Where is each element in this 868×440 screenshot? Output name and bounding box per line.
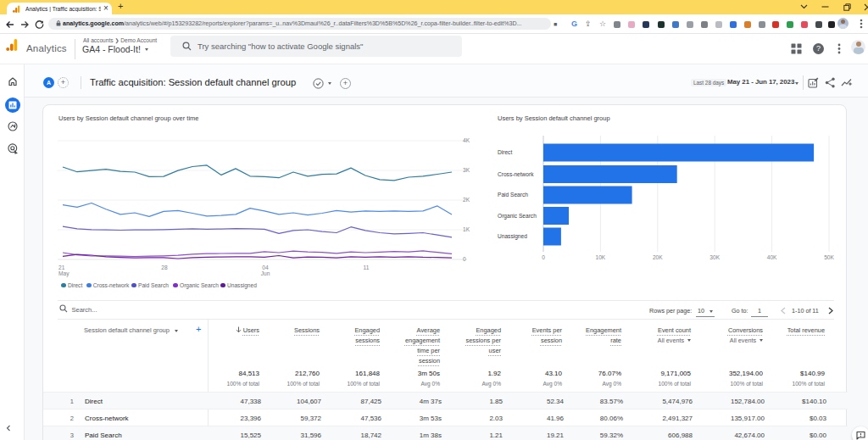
svg-text:Cross-network: Cross-network xyxy=(498,171,534,177)
svg-text:May: May xyxy=(58,270,70,277)
svg-text:40K: 40K xyxy=(767,254,777,260)
svg-text:0: 0 xyxy=(542,254,545,260)
svg-text:2K: 2K xyxy=(463,197,470,203)
svg-text:Paid Search: Paid Search xyxy=(498,192,528,198)
svg-text:Direct: Direct xyxy=(498,149,512,155)
svg-text:04: 04 xyxy=(262,265,269,270)
svg-text:Unassigned: Unassigned xyxy=(498,233,527,240)
svg-text:30K: 30K xyxy=(709,254,720,260)
svg-text:4K: 4K xyxy=(463,137,470,143)
svg-text:0: 0 xyxy=(463,256,466,262)
svg-text:20K: 20K xyxy=(653,254,663,260)
svg-text:28: 28 xyxy=(161,265,168,270)
svg-text:11: 11 xyxy=(364,265,370,270)
svg-text:10K: 10K xyxy=(596,254,606,260)
svg-text:Jun: Jun xyxy=(261,270,270,276)
svg-text:1K: 1K xyxy=(463,226,470,232)
svg-text:50K: 50K xyxy=(824,254,834,260)
svg-text:Organic Search: Organic Search xyxy=(498,213,537,220)
svg-text:21: 21 xyxy=(58,265,65,270)
svg-text:3K: 3K xyxy=(463,167,470,173)
